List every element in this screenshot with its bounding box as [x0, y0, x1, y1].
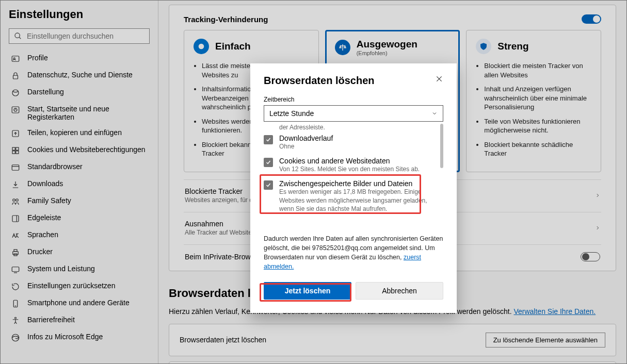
scrollbar-thumb[interactable] — [440, 124, 443, 168]
dialog-scroll-area[interactable]: der Adressleiste. Downloadverlauf Ohne C… — [264, 124, 443, 227]
dialog-title: Browserdaten löschen — [264, 75, 375, 87]
time-range-label: Zeitbereich — [264, 96, 443, 103]
sync-note: Dadurch werden Ihre Daten auf allen sync… — [264, 234, 443, 272]
clear-now-button[interactable]: Jetzt löschen — [264, 282, 351, 300]
truncated-previous-item: der Adressleiste. — [264, 124, 443, 131]
item-cached-images[interactable]: Zwischengespeicherte Bilder und Dateien … — [264, 176, 443, 216]
checkbox-checked[interactable] — [264, 135, 273, 144]
checkbox-checked[interactable] — [264, 180, 273, 190]
chevron-down-icon — [431, 110, 438, 117]
cancel-button[interactable]: Abbrechen — [356, 282, 443, 300]
item-cookies[interactable]: Cookies und andere Websitedaten Von 12 S… — [264, 154, 443, 176]
clear-browsing-data-dialog: Browserdaten löschen Zeitbereich Letzte … — [250, 63, 457, 313]
item-download-history[interactable]: Downloadverlauf Ohne — [264, 131, 443, 154]
time-range-select[interactable]: Letzte Stunde — [264, 105, 443, 122]
checkbox-checked[interactable] — [264, 158, 273, 167]
close-icon[interactable] — [435, 75, 443, 83]
